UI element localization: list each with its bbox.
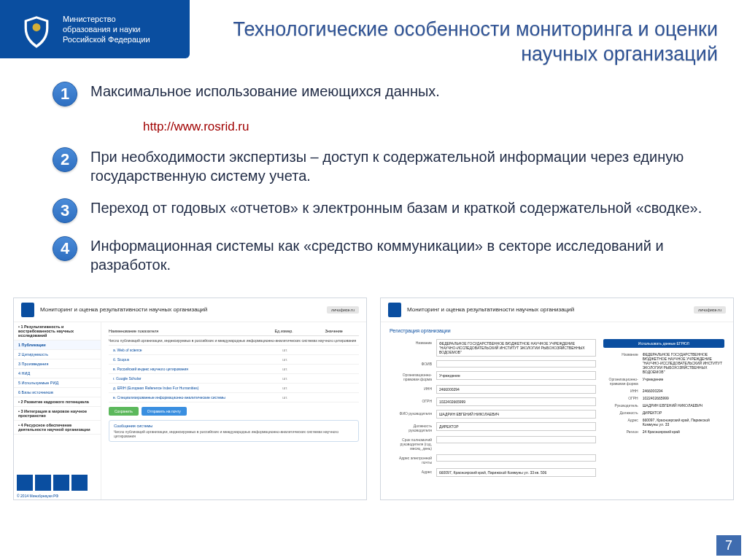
table-section: Число публикаций организации, индексируе… — [109, 336, 359, 346]
ministry-line: Российской Федерации — [63, 35, 150, 45]
kv-row: ДолжностьДИРЕКТОР — [603, 411, 724, 415]
points-list: 1 Максимальное использование имеющихся д… — [0, 74, 747, 295]
system-messages: Сообщения системы Число публикаций орган… — [109, 420, 359, 442]
sidebar-group[interactable]: • 4 Ресурсное обеспечение деятельности н… — [14, 421, 101, 435]
ogrn-field[interactable]: 1022402665999 — [436, 397, 596, 406]
app-title: Мониторинг и оценка результативности нау… — [40, 306, 321, 313]
tile-icon[interactable] — [71, 475, 88, 491]
row-label[interactable]: г. Google Scholar — [109, 376, 260, 381]
kv-row: Организационно-правовая формаУчреждение — [603, 377, 724, 386]
row-input[interactable] — [310, 376, 359, 381]
kv-value: Учреждение — [643, 377, 724, 386]
svg-point-0 — [33, 23, 41, 31]
kv-key: Руководитель — [603, 403, 638, 408]
app-header: Мониторинг и оценка результативности нау… — [14, 298, 366, 322]
kv-key: Должность — [603, 411, 638, 415]
sidebar-item[interactable]: 4 НИД — [14, 369, 101, 378]
row-input[interactable] — [310, 395, 359, 400]
kv-key: Адрес — [603, 418, 638, 427]
screenshot-monitoring-table: Мониторинг и оценка результативности нау… — [13, 298, 367, 500]
point-text: Информационная системы как «средство ком… — [90, 236, 711, 274]
col-unit: Ед.измер. — [259, 329, 309, 333]
tile-icon[interactable] — [53, 475, 69, 491]
table-row: д. ERIH (European Reference Index For Hu… — [109, 384, 359, 393]
row-input[interactable] — [310, 367, 359, 371]
sidebar: • 1 Результативность и востребованность … — [14, 322, 101, 499]
pos-field[interactable]: ДИРЕКТОР — [436, 422, 596, 431]
kv-row: НазваниеФЕДЕРАЛЬНОЕ ГОСУДАРСТВЕННОЕ БЮДЖ… — [603, 352, 724, 374]
row-label[interactable]: в. Российский индекс научного цитировани… — [109, 367, 260, 371]
send-button[interactable]: Отправить на почту — [142, 407, 187, 416]
addr-field[interactable]: 660097, Красноярский край, Парижской Ком… — [436, 468, 596, 477]
name-field[interactable]: ФЕДЕРАЛЬНОЕ ГОСУДАРСТВЕННОЕ БЮДЖЕТНОЕ НА… — [436, 339, 596, 357]
kv-row: Адрес660097, Красноярский край, Парижско… — [603, 418, 724, 427]
kv-value: 24 Красноярский край — [643, 429, 724, 434]
row-label[interactable]: е. Специализированные информационно-анал… — [109, 395, 260, 400]
form-title: Регистрация организации — [390, 328, 724, 333]
kv-value: 2466000294 — [643, 389, 724, 393]
login-badge[interactable]: личофисе.ru — [694, 306, 726, 314]
col-value: Значение — [309, 329, 359, 333]
screenshot-registration-form: Мониторинг и оценка результативности нау… — [380, 298, 734, 500]
use-egrul-button[interactable]: Использовать данные ЕГРЮЛ — [603, 339, 724, 348]
row-input[interactable] — [310, 386, 359, 390]
screenshots-row: Мониторинг и оценка результативности нау… — [0, 295, 747, 500]
point-badge: 4 — [53, 236, 77, 261]
sidebar-item[interactable]: 1 Публикации — [14, 341, 101, 350]
save-button[interactable]: Сохранить — [109, 407, 139, 416]
field-label: ФОИВ — [390, 360, 432, 366]
sidebar-item[interactable]: 6 Базы источников — [14, 388, 101, 397]
row-label[interactable]: д. ERIH (European Reference Index For Hu… — [109, 386, 260, 390]
row-unit: шт. — [260, 348, 309, 352]
main-panel: Наименование показателя Ед.измер. Значен… — [101, 322, 366, 499]
row-unit: шт. — [260, 357, 309, 362]
row-label[interactable]: б. Scopus — [109, 357, 260, 362]
field-label: Срок полномочий руководителя (год, месяц… — [390, 436, 432, 451]
table-header: Наименование показателя Ед.измер. Значен… — [109, 327, 359, 336]
mini-emblem-icon — [21, 303, 34, 317]
kv-value: 660097, Красноярский край, Парижской Ком… — [643, 418, 724, 427]
fio-field[interactable]: ШАДРИН ЕВГЕНИЙ НИКОЛАЕВИЧ — [436, 410, 596, 419]
sidebar-item[interactable]: 3 Произведения — [14, 359, 101, 369]
field-label: Адрес электронной почты — [390, 454, 432, 464]
registration-form: Регистрация организации НазваниеФЕДЕРАЛЬ… — [381, 322, 733, 499]
foiv-field[interactable] — [436, 360, 596, 368]
point-badge: 3 — [53, 198, 77, 223]
sidebar-group[interactable]: • 3 Интеграция в мировое научное простра… — [14, 407, 101, 421]
sidebar-item[interactable]: 5 Используемые РИД — [14, 378, 101, 388]
emblem-icon — [20, 15, 53, 50]
point-item: 4 Информационная системы как «средство к… — [53, 236, 711, 274]
ministry-name: Министерство образования и науки Российс… — [63, 15, 150, 44]
app-title: Мониторинг и оценка результативности нау… — [407, 306, 688, 313]
kv-row: ИНН2466000294 — [603, 389, 724, 393]
row-label[interactable]: а. Web of science — [109, 348, 260, 352]
opf-field[interactable]: Учреждение — [436, 371, 596, 380]
kv-value: 1022402665999 — [643, 396, 724, 400]
tile-icon[interactable] — [35, 475, 51, 491]
rosrid-link[interactable]: http://www.rosrid.ru — [143, 120, 711, 134]
kv-value: ДИРЕКТОР — [643, 411, 724, 415]
ministry-line: Министерство — [63, 15, 150, 25]
field-label: ОГРН — [390, 397, 432, 403]
kv-value: ФЕДЕРАЛЬНОЕ ГОСУДАРСТВЕННОЕ БЮДЖЕТНОЕ НА… — [643, 352, 724, 374]
row-unit: шт. — [260, 376, 309, 381]
point-badge: 2 — [53, 147, 77, 172]
ministry-line: образования и науки — [63, 25, 150, 35]
tile-icon[interactable] — [17, 475, 33, 491]
inn-field[interactable]: 2466000294 — [436, 385, 596, 394]
field-label: Название — [390, 339, 432, 345]
page-title: Технологические особенности мониторинга … — [160, 15, 718, 67]
table-row: в. Российский индекс научного цитировани… — [109, 365, 359, 374]
sidebar-item[interactable]: 2 Цитируемость — [14, 350, 101, 359]
sidebar-group[interactable]: • 1 Результативность и востребованность … — [14, 322, 101, 341]
nav-tiles — [14, 472, 101, 492]
kv-key: ОГРН — [603, 396, 638, 400]
login-badge[interactable]: личофисе.ru — [327, 306, 359, 314]
sidebar-group[interactable]: • 2 Развитие кадрового потенциала — [14, 397, 101, 407]
field-label: ИНН — [390, 385, 432, 391]
row-input[interactable] — [310, 348, 359, 352]
term-field[interactable] — [436, 436, 596, 443]
row-input[interactable] — [310, 357, 359, 362]
email-field[interactable] — [436, 454, 596, 462]
kv-key: Регион — [603, 429, 638, 434]
